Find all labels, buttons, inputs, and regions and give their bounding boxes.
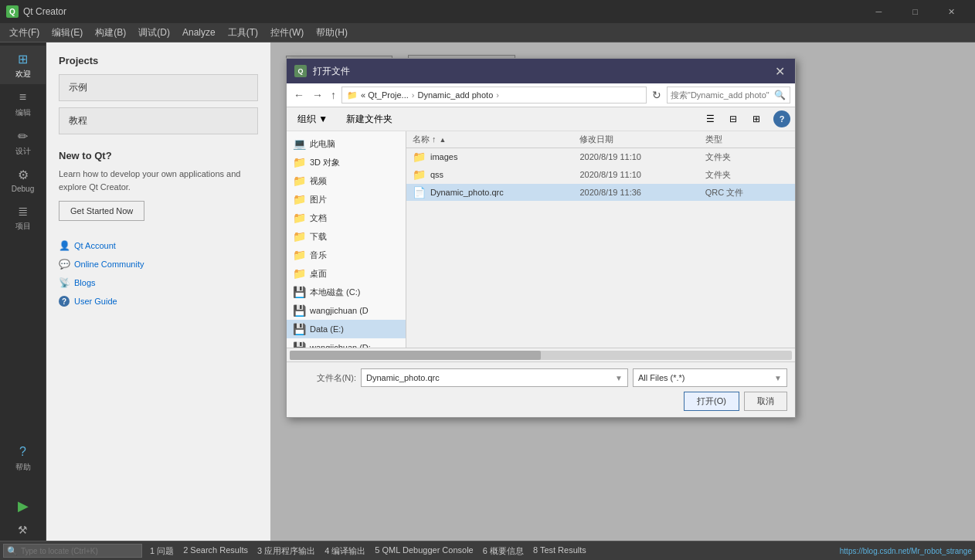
- sidebar-item-project[interactable]: ≣ 项目: [0, 198, 46, 236]
- computer-icon: 💻: [293, 137, 305, 150]
- menu-help[interactable]: 帮助(H): [310, 23, 354, 42]
- nav-item-desktop[interactable]: 📁 桌面: [287, 264, 406, 283]
- sidebar-item-build-run[interactable]: ⚒: [0, 519, 46, 541]
- video-icon: 📁: [293, 175, 305, 187]
- online-community-link[interactable]: 💬 Online Community: [59, 255, 258, 273]
- sidebar-item-welcome[interactable]: ⊞ 欢迎: [0, 46, 46, 84]
- example-button[interactable]: 示例: [59, 74, 258, 101]
- menu-edit[interactable]: 编辑(E): [46, 23, 89, 42]
- status-test-results[interactable]: 8 Test Results: [533, 545, 586, 557]
- dialog-footer: 文件名(N): Dynamic_photo.qrc ▼ All Files (*…: [287, 361, 795, 417]
- nav-item-docs[interactable]: 📁 文档: [287, 209, 406, 227]
- community-icon: 💬: [59, 259, 70, 270]
- nav-back-button[interactable]: ←: [291, 89, 307, 101]
- close-button[interactable]: ✕: [934, 0, 969, 23]
- cancel-button[interactable]: 取消: [744, 392, 787, 411]
- icon-view-button[interactable]: ⊞: [746, 110, 767, 127]
- menu-analyze[interactable]: Analyze: [176, 23, 222, 42]
- menu-build[interactable]: 构建(B): [89, 23, 132, 42]
- maximize-button[interactable]: □: [898, 0, 933, 23]
- sidebar-label-project: 项目: [15, 221, 31, 232]
- sidebar-label-welcome: 欢迎: [15, 69, 31, 80]
- sidebar-item-help[interactable]: ? 帮助: [0, 439, 46, 477]
- file-date-images: 2020/8/19 11:10: [579, 152, 705, 161]
- blogs-icon: 📡: [59, 277, 70, 288]
- h-scrollbar-track[interactable]: [290, 351, 792, 360]
- nav-up-button[interactable]: ↑: [328, 89, 338, 101]
- status-general-info[interactable]: 6 概要信息: [483, 545, 524, 557]
- blogs-link[interactable]: 📡 Blogs: [59, 273, 258, 292]
- qt-account-link[interactable]: 👤 Qt Account: [59, 236, 258, 255]
- file-row-qrc[interactable]: 📄 Dynamic_photo.qrc 2020/8/19 11:36 QRC …: [406, 184, 795, 202]
- search-icon: 🔍: [774, 90, 786, 100]
- list-view-button[interactable]: ☰: [699, 110, 721, 127]
- dialog-body: 💻 此电脑 📁 3D 对象 📁 视频 📁: [287, 131, 795, 348]
- nav-forward-button[interactable]: →: [310, 89, 325, 101]
- nav-item-pictures[interactable]: 📁 图片: [287, 190, 406, 209]
- dialog-close-button[interactable]: ✕: [772, 63, 787, 79]
- get-started-button[interactable]: Get Started Now: [59, 201, 144, 221]
- drive-d-icon: 💾: [293, 304, 305, 317]
- main-layout: ⊞ 欢迎 ≡ 编辑 ✏ 设计 ⚙ Debug ≣ 项目 ? 帮助 ▶ ⚒: [0, 42, 975, 541]
- nav-panel: 💻 此电脑 📁 3D 对象 📁 视频 📁: [287, 131, 406, 348]
- dialog-action-buttons: 打开(O) 取消: [294, 392, 787, 411]
- nav-item-drive-d[interactable]: 💾 wangjichuan (D: [287, 301, 406, 320]
- organize-button[interactable]: 组织 ▼: [291, 111, 334, 127]
- debug-icon: ⚙: [15, 166, 32, 183]
- status-problems[interactable]: 1 问题: [150, 545, 174, 557]
- nav-item-drive-d2-label: wangjichuan (D:: [310, 343, 371, 348]
- nav-item-video[interactable]: 📁 视频: [287, 171, 406, 190]
- 3d-icon: 📁: [293, 156, 305, 168]
- new-folder-button[interactable]: 新建文件夹: [340, 111, 399, 127]
- file-dialog: Q 打开文件 ✕ ← → ↑ 📁 « Qt_Proje... › Dynamic…: [286, 58, 796, 418]
- locate-input[interactable]: [21, 547, 121, 555]
- nav-item-drive-c[interactable]: 💾 本地磁盘 (C:): [287, 283, 406, 301]
- sidebar-label-edit: 编辑: [15, 107, 31, 118]
- window-controls: ─ □ ✕: [861, 0, 969, 23]
- status-app-output[interactable]: 3 应用程序输出: [257, 545, 315, 557]
- nav-item-downloads[interactable]: 📁 下载: [287, 227, 406, 246]
- nav-item-drive-e[interactable]: 💾 Data (E:): [287, 320, 406, 338]
- dialog-help-button[interactable]: ?: [773, 110, 790, 127]
- path-part-1[interactable]: « Qt_Proje...: [361, 90, 409, 100]
- file-row-qss[interactable]: 📁 qss 2020/8/19 11:10 文件夹: [406, 166, 795, 184]
- sidebar-item-edit[interactable]: ≡ 编辑: [0, 84, 46, 123]
- user-guide-link[interactable]: ? User Guide: [59, 292, 258, 311]
- search-input[interactable]: [671, 90, 771, 100]
- status-compile-output[interactable]: 4 编译输出: [324, 545, 365, 557]
- menu-debug[interactable]: 调试(D): [132, 23, 176, 42]
- sidebar-item-design[interactable]: ✏ 设计: [0, 123, 46, 161]
- sidebar-item-debug[interactable]: ⚙ Debug: [0, 161, 46, 198]
- menu-tools[interactable]: 工具(T): [222, 23, 264, 42]
- user-guide-icon: ?: [59, 296, 70, 307]
- nav-item-3d[interactable]: 📁 3D 对象: [287, 153, 406, 171]
- status-search-results[interactable]: 2 Search Results: [183, 545, 248, 557]
- menu-file[interactable]: 文件(F): [3, 23, 46, 42]
- sidebar-label-design: 设计: [15, 146, 31, 157]
- col-name-header[interactable]: 名称 ↑ ▲: [413, 134, 579, 145]
- filetype-select[interactable]: All Files (*.*) ▼: [633, 368, 787, 387]
- path-part-2[interactable]: Dynamic_add photo: [417, 90, 493, 100]
- tutorial-button[interactable]: 教程: [59, 107, 258, 134]
- filename-label: 文件名(N):: [294, 372, 356, 384]
- file-date-qrc: 2020/8/19 11:36: [579, 188, 705, 197]
- drive-e-icon: 💾: [293, 323, 305, 335]
- nav-item-computer[interactable]: 💻 此电脑: [287, 134, 406, 153]
- detail-view-button[interactable]: ⊟: [722, 110, 744, 127]
- nav-item-drive-d2[interactable]: 💾 wangjichuan (D:: [287, 338, 406, 348]
- col-type-header[interactable]: 类型: [705, 134, 789, 145]
- sort-icon: ▲: [440, 136, 447, 144]
- col-date-header[interactable]: 修改日期: [579, 134, 705, 145]
- refresh-button[interactable]: ↻: [650, 89, 664, 101]
- minimize-button[interactable]: ─: [861, 0, 896, 23]
- h-scrollbar-thumb[interactable]: [290, 351, 541, 360]
- file-row-images[interactable]: 📁 images 2020/8/19 11:10 文件夹: [406, 148, 795, 166]
- menu-widgets[interactable]: 控件(W): [264, 23, 310, 42]
- sidebar-item-run[interactable]: ▶: [0, 493, 46, 519]
- status-qml-debugger[interactable]: 5 QML Debugger Console: [375, 545, 473, 557]
- status-search[interactable]: 🔍: [3, 544, 142, 558]
- open-button[interactable]: 打开(O): [684, 392, 739, 411]
- filename-input[interactable]: Dynamic_photo.qrc ▼: [361, 368, 628, 387]
- csdn-link[interactable]: https://blog.csdn.net/Mr_robot_strange: [840, 547, 972, 555]
- nav-item-music[interactable]: 📁 音乐: [287, 246, 406, 264]
